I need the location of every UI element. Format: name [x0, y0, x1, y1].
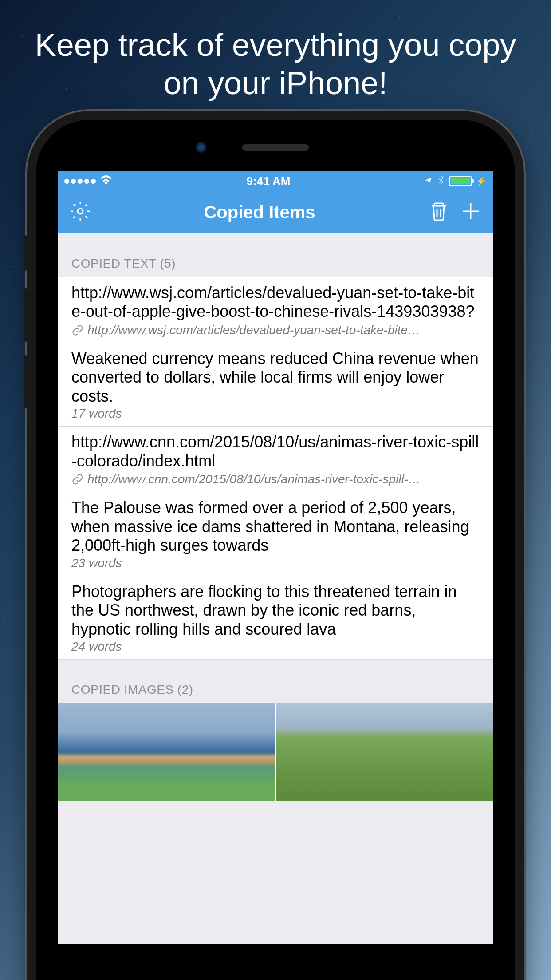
gear-icon — [70, 201, 91, 224]
phone-side-button — [24, 235, 27, 271]
status-time: 9:41 AM — [247, 174, 291, 188]
add-button[interactable] — [459, 201, 482, 224]
item-sub-label: http://www.wsj.com/articles/devalued-yua… — [87, 323, 420, 337]
item-text: http://www.wsj.com/articles/devalued-yua… — [71, 284, 480, 321]
section-header-images: COPIED IMAGES (2) — [58, 660, 493, 703]
status-left — [64, 174, 113, 188]
trash-icon — [428, 201, 449, 224]
image-thumbnail[interactable] — [276, 703, 493, 801]
phone-side-button — [24, 288, 27, 342]
item-meta: 24 words — [71, 640, 480, 654]
link-icon — [71, 324, 84, 336]
image-thumbnail[interactable] — [58, 703, 276, 801]
navigation-bar: Copied Items — [58, 191, 493, 233]
phone-camera — [196, 142, 206, 153]
section-header-text: COPIED TEXT (5) — [58, 233, 493, 277]
phone-bezel: 9:41 AM ⚡ — [36, 120, 515, 980]
list-item[interactable]: Photographers are flocking to this threa… — [58, 576, 493, 660]
nav-title: Copied Items — [101, 202, 418, 222]
item-sub-label: http://www.cnn.com/2015/08/10/us/animas-… — [87, 472, 421, 486]
app-screen: 9:41 AM ⚡ — [58, 171, 493, 944]
copied-images-list — [58, 703, 493, 801]
list-item[interactable]: http://www.wsj.com/articles/devalued-yua… — [58, 277, 493, 343]
status-right: ⚡ — [424, 174, 487, 188]
wifi-icon — [99, 174, 113, 188]
item-text: Photographers are flocking to this threa… — [71, 582, 480, 639]
trash-button[interactable] — [427, 201, 450, 224]
item-text: The Palouse was formed over a period of … — [71, 498, 480, 555]
item-meta: 17 words — [71, 407, 480, 421]
phone-frame: 9:41 AM ⚡ — [27, 111, 524, 980]
item-text: Weakened currency means reduced China re… — [71, 349, 480, 406]
item-text: http://www.cnn.com/2015/08/10/us/animas-… — [71, 433, 480, 470]
promo-headline: Keep track of everything you copy on you… — [0, 26, 551, 103]
item-subtitle: http://www.cnn.com/2015/08/10/us/animas-… — [71, 472, 480, 486]
settings-button[interactable] — [69, 201, 92, 224]
list-item[interactable]: The Palouse was formed over a period of … — [58, 492, 493, 576]
list-item[interactable]: http://www.cnn.com/2015/08/10/us/animas-… — [58, 427, 493, 492]
location-icon — [424, 174, 433, 188]
list-item[interactable]: Weakened currency means reduced China re… — [58, 343, 493, 427]
charging-icon: ⚡ — [476, 176, 487, 186]
phone-side-button — [24, 355, 27, 408]
svg-point-0 — [78, 209, 83, 214]
battery-icon — [449, 176, 472, 186]
plus-icon — [460, 201, 481, 224]
item-subtitle: http://www.wsj.com/articles/devalued-yua… — [71, 323, 480, 337]
status-bar: 9:41 AM ⚡ — [58, 171, 493, 191]
bluetooth-icon — [437, 174, 445, 188]
phone-speaker — [242, 144, 309, 151]
copied-text-list: http://www.wsj.com/articles/devalued-yua… — [58, 277, 493, 660]
link-icon — [71, 473, 84, 486]
item-meta: 23 words — [71, 556, 480, 570]
signal-dots-icon — [64, 179, 96, 184]
